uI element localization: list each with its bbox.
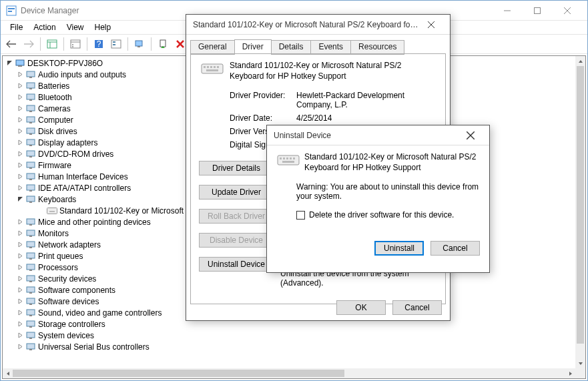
- chevron-right-icon[interactable]: [16, 264, 24, 272]
- scroll-right-arrow[interactable]: [565, 368, 575, 378]
- close-icon[interactable]: [459, 127, 483, 143]
- chevron-right-icon[interactable]: [16, 116, 24, 124]
- svg-rect-72: [27, 332, 35, 338]
- rollback-driver-button[interactable]: Roll Back Driver: [199, 209, 274, 224]
- chevron-right-icon[interactable]: [16, 332, 24, 340]
- help-button[interactable]: ?: [91, 36, 107, 52]
- scroll-down-arrow[interactable]: [575, 358, 585, 368]
- chevron-right-icon[interactable]: [16, 320, 24, 328]
- svg-rect-2: [8, 11, 12, 12]
- horizontal-scrollbar[interactable]: [3, 368, 575, 378]
- node-label: Security devices: [38, 274, 96, 284]
- show-hide-tree-button[interactable]: [44, 36, 60, 52]
- action-button[interactable]: [108, 36, 124, 52]
- device-icon: [25, 251, 36, 262]
- node-label: Sound, video and game controllers: [38, 308, 162, 318]
- device-icon: [25, 103, 36, 114]
- warning-text: Warning: You are about to uninstall this…: [296, 182, 480, 201]
- chevron-right-icon[interactable]: [16, 161, 24, 169]
- vertical-scrollbar[interactable]: [575, 56, 585, 368]
- device-icon: [25, 69, 36, 80]
- chevron-down-icon[interactable]: [16, 196, 24, 204]
- menu-view[interactable]: View: [61, 21, 89, 33]
- ok-button[interactable]: OK: [336, 300, 386, 315]
- disable-device-button[interactable]: Disable Device: [199, 233, 274, 248]
- chevron-right-icon[interactable]: [16, 241, 24, 249]
- svg-rect-62: [27, 276, 35, 281]
- device-icon: [25, 262, 36, 273]
- minimize-button[interactable]: [492, 1, 522, 20]
- date-value: 4/25/2014: [296, 113, 437, 123]
- svg-rect-70: [27, 321, 35, 326]
- update-driver-button[interactable]: Update Driver: [199, 185, 274, 200]
- scroll-thumb[interactable]: [577, 66, 584, 344]
- close-icon[interactable]: [419, 17, 443, 33]
- svg-rect-92: [293, 157, 295, 159]
- device-icon: [25, 183, 36, 194]
- chevron-right-icon[interactable]: [16, 71, 24, 79]
- node-label: Computer: [38, 115, 73, 125]
- chevron-right-icon[interactable]: [16, 127, 24, 135]
- chevron-right-icon[interactable]: [16, 93, 24, 101]
- tab-details[interactable]: Details: [271, 40, 312, 55]
- cancel-button[interactable]: Cancel: [430, 241, 480, 256]
- tab-general[interactable]: General: [190, 40, 235, 55]
- chevron-right-icon[interactable]: [16, 286, 24, 294]
- chevron-right-icon[interactable]: [16, 105, 24, 113]
- chevron-right-icon[interactable]: [16, 150, 24, 158]
- back-button[interactable]: [3, 36, 19, 52]
- svg-rect-47: [29, 190, 32, 192]
- menu-file[interactable]: File: [5, 21, 28, 33]
- properties-button[interactable]: [67, 36, 83, 52]
- svg-rect-54: [27, 230, 35, 236]
- chevron-down-icon[interactable]: [5, 59, 13, 67]
- scroll-track[interactable]: [13, 368, 565, 378]
- date-label: Driver Date:: [230, 113, 296, 123]
- chevron-right-icon[interactable]: [16, 230, 24, 238]
- device-icon: [25, 240, 36, 250]
- device-icon: [25, 330, 36, 341]
- chevron-right-icon[interactable]: [16, 173, 24, 181]
- chevron-right-icon[interactable]: [16, 252, 24, 260]
- node-label: Human Interface Devices: [38, 172, 128, 181]
- tab-events[interactable]: Events: [310, 40, 351, 55]
- chevron-right-icon[interactable]: [16, 343, 24, 351]
- scroll-thumb[interactable]: [13, 370, 344, 377]
- chevron-right-icon[interactable]: [16, 82, 24, 90]
- svg-point-12: [72, 44, 73, 45]
- chevron-right-icon[interactable]: [16, 184, 24, 192]
- node-label: Standard 101/102-Key or Microsoft N: [59, 206, 192, 216]
- chevron-right-icon[interactable]: [16, 298, 24, 306]
- tree-item[interactable]: System devices: [3, 330, 575, 341]
- close-button[interactable]: [552, 1, 582, 20]
- uninstall-confirm-button[interactable]: Uninstall: [374, 241, 424, 256]
- uninstall-device-button[interactable]: Uninstall Device: [199, 257, 274, 272]
- menu-action[interactable]: Action: [28, 21, 61, 33]
- tab-driver[interactable]: Driver: [234, 39, 272, 54]
- menu-help[interactable]: Help: [89, 21, 117, 33]
- device-icon: [25, 228, 36, 239]
- scroll-left-arrow[interactable]: [3, 368, 13, 378]
- node-label: Keyboards: [38, 195, 76, 204]
- svg-rect-68: [27, 310, 35, 315]
- svg-point-13: [72, 46, 73, 47]
- cancel-button[interactable]: Cancel: [392, 300, 442, 315]
- maximize-button[interactable]: [522, 1, 552, 20]
- scan-hardware-button[interactable]: [131, 36, 148, 52]
- scroll-track[interactable]: [575, 66, 585, 358]
- forward-button[interactable]: [21, 36, 37, 52]
- svg-rect-81: [210, 66, 212, 68]
- chevron-right-icon[interactable]: [16, 139, 24, 147]
- tab-resources[interactable]: Resources: [350, 40, 404, 55]
- scroll-up-arrow[interactable]: [575, 56, 585, 66]
- chevron-right-icon[interactable]: [16, 218, 24, 226]
- chevron-right-icon[interactable]: [16, 309, 24, 317]
- dialog-title: Uninstall Device: [274, 131, 459, 140]
- chevron-right-icon[interactable]: [16, 275, 24, 283]
- driver-details-button[interactable]: Driver Details: [199, 161, 274, 175]
- update-driver-button[interactable]: [155, 36, 171, 52]
- svg-rect-71: [29, 326, 32, 328]
- delete-driver-checkbox[interactable]: [296, 211, 305, 220]
- tree-item[interactable]: Universal Serial Bus controllers: [3, 341, 575, 352]
- svg-rect-49: [29, 202, 32, 203]
